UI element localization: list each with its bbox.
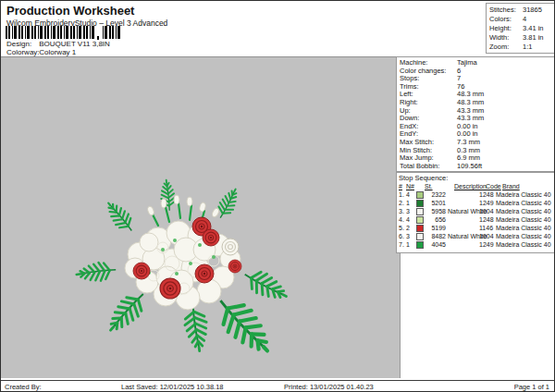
thread-description: Natural White <box>448 207 479 215</box>
colorway-value: Colorway 1 <box>39 48 76 56</box>
thread-brand: Madeira Classic 40 <box>496 207 553 215</box>
col-header-number: # <box>399 182 406 190</box>
col-header-needle: N# <box>406 182 425 190</box>
design-barcode <box>6 26 120 39</box>
col-header-description: Description <box>454 182 486 190</box>
thread-code: 1004 <box>479 232 496 240</box>
stop-sequence-rows: 1. 4 2322 1248 Madeira Classic 40 2. 1 5… <box>399 190 553 249</box>
stop-number: 5. <box>399 224 406 232</box>
page-title: Production Worksheet <box>6 4 134 18</box>
summary-row: Height: 3.41 in <box>489 24 551 33</box>
stop-number: 1. <box>399 190 406 199</box>
machine-info-label: Total Bobbin: <box>400 163 457 171</box>
needle-number: 4 <box>406 190 416 199</box>
stop-sequence-row: 5. 2 5199 1146 Madeira Classic 40 <box>399 224 553 232</box>
needle-number: 3 <box>406 232 416 240</box>
design-preview-bouquet <box>84 185 288 351</box>
thread-brand: Madeira Classic 40 <box>496 224 553 232</box>
summary-row: Colors: 4 <box>489 15 551 24</box>
stop-sequence-row: 6. 3 8482 Natural White 1004 Madeira Cla… <box>399 232 553 240</box>
thread-color-swatch <box>416 216 424 224</box>
summary-row: Zoom: 1:1 <box>489 43 551 52</box>
thread-brand: Madeira Classic 40 <box>496 240 553 249</box>
thread-description: Natural White <box>448 232 479 240</box>
thread-color-swatch <box>416 233 424 240</box>
thread-brand: Madeira Classic 40 <box>496 190 553 199</box>
summary-label: Width: <box>489 33 523 43</box>
footer-divider <box>1 380 554 381</box>
stop-number: 2. <box>399 199 406 207</box>
stop-sequence-row: 2. 1 5201 1249 Madeira Classic 40 <box>399 199 553 207</box>
thread-brand: Madeira Classic 40 <box>496 232 553 240</box>
colorway-row: Colorway: Colorway 1 <box>6 48 76 56</box>
machine-info-box: Machine: Tajima Color changes: 6 Stops: … <box>396 56 555 172</box>
stitch-count: 2322 <box>425 190 448 199</box>
thread-code: 1248 <box>479 215 496 224</box>
needle-number: 1 <box>406 240 416 249</box>
summary-value: 3.81 in <box>523 33 544 43</box>
machine-info-value: 109.56ft <box>457 163 482 171</box>
design-summary-box: Stitches: 31865 Colors: 4 Height: 3.41 i… <box>486 3 555 54</box>
summary-row: Stitches: 31865 <box>489 6 551 15</box>
summary-label: Stitches: <box>489 6 523 15</box>
thread-color-swatch <box>416 200 424 207</box>
design-canvas <box>1 56 401 378</box>
needle-number: 4 <box>406 215 416 224</box>
created-by-label: Created By: <box>5 383 42 391</box>
stop-number: 3. <box>399 207 406 215</box>
thread-code: 1249 <box>479 240 496 249</box>
stop-sequence-header: # N# St. Description Code Brand <box>399 182 553 190</box>
printed-text: Printed: 13/01/2025 01.40.23 <box>284 383 374 391</box>
thread-code: 1146 <box>479 224 496 232</box>
needle-number: 2 <box>406 224 416 232</box>
stop-number: 4. <box>399 215 406 224</box>
stop-sequence-row: 7. 1 4045 1249 Madeira Classic 40 <box>399 240 553 249</box>
design-label: Design: <box>6 40 37 48</box>
thread-code: 1004 <box>479 207 496 215</box>
machine-info-row: Stops: 7 <box>400 75 552 83</box>
stop-sequence-row: 4. 4 656 1248 Madeira Classic 40 <box>399 215 553 224</box>
thread-brand: Madeira Classic 40 <box>496 199 553 207</box>
stitch-count: 5199 <box>425 224 448 232</box>
needle-number: 3 <box>406 207 416 215</box>
stitch-count: 5201 <box>425 199 448 207</box>
stitch-count: 8482 <box>425 232 448 240</box>
col-header-brand: Brand <box>502 182 520 190</box>
stop-sequence-row: 1. 4 2322 1248 Madeira Classic 40 <box>399 190 553 199</box>
summary-value: 3.41 in <box>523 24 544 33</box>
machine-info-row: Color changes: 6 <box>400 67 552 76</box>
thread-code: 1248 <box>479 190 496 199</box>
summary-label: Colors: <box>489 15 523 24</box>
thread-code: 1249 <box>479 199 496 207</box>
page-indicator: Page 1 of 1 <box>514 383 549 391</box>
col-header-code: Code <box>486 182 502 190</box>
summary-value: 4 <box>523 15 526 24</box>
summary-value: 1:1 <box>523 43 532 52</box>
summary-label: Zoom: <box>489 43 523 52</box>
stop-number: 6. <box>399 232 406 240</box>
thread-brand: Madeira Classic 40 <box>496 215 553 224</box>
needle-number: 1 <box>406 199 416 207</box>
summary-label: Height: <box>489 24 523 33</box>
stitch-count: 5958 <box>425 207 448 215</box>
stop-sequence-title: Stop Sequence: <box>399 174 553 182</box>
stop-number: 7. <box>399 240 406 249</box>
thread-color-swatch <box>416 225 424 232</box>
stop-sequence-row: 3. 3 5958 Natural White 1004 Madeira Cla… <box>399 207 553 215</box>
stitch-count: 656 <box>425 215 448 224</box>
colorway-label: Colorway: <box>6 48 37 56</box>
col-header-stitches: St. <box>425 182 454 190</box>
design-name-row: Design: BOUQUET V11 3,8IN <box>6 40 110 48</box>
machine-info-row: Total Bobbin: 109.56ft <box>400 163 552 171</box>
production-worksheet-page: Production Worksheet Wilcom EmbroiderySt… <box>0 0 555 392</box>
last-saved-text: Last Saved: 12/01/2025 10.38.18 <box>121 383 224 391</box>
summary-value: 31865 <box>523 6 542 15</box>
design-value: BOUQUET V11 3,8IN <box>39 40 110 48</box>
thread-color-swatch <box>416 241 424 249</box>
stitch-count: 4045 <box>425 240 448 249</box>
thread-color-swatch <box>416 191 424 199</box>
thread-color-swatch <box>416 208 424 215</box>
summary-row: Width: 3.81 in <box>489 33 551 43</box>
stop-sequence-box: Stop Sequence: # N# St. Description Code… <box>396 172 555 253</box>
